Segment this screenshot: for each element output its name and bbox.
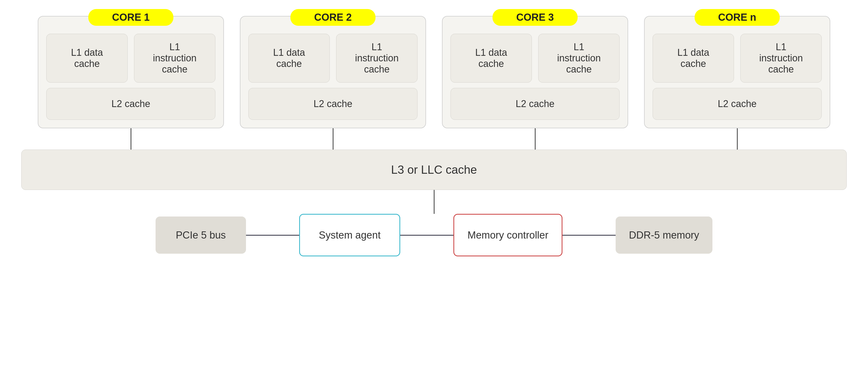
- vline-center: [434, 190, 435, 214]
- h-connector-agent-memctrl: [400, 235, 454, 236]
- pcie-bus-box: PCIe 5 bus: [156, 216, 246, 254]
- core-3-l2-cache: L2 cache: [451, 88, 620, 120]
- core-3-l1-caches: L1 datacache L1instructioncache: [451, 34, 620, 82]
- core-n-l1-data-cache: L1 datacache: [653, 34, 734, 82]
- vline-3: [535, 128, 535, 149]
- core-1-box: CORE 1 L1 datacache L1instructioncache L…: [38, 16, 224, 128]
- vline-4: [737, 128, 738, 149]
- core-n-label: CORE n: [694, 9, 780, 26]
- diagram-container: CORE 1 L1 datacache L1instructioncache L…: [0, 0, 868, 382]
- h-connector-pcie-agent: [246, 235, 299, 236]
- core-n-box: CORE n L1 datacache L1instructioncache L…: [644, 16, 830, 128]
- vline-1: [131, 128, 131, 149]
- connectors-row: [21, 128, 847, 149]
- core-3-l1-instruction-cache: L1instructioncache: [538, 34, 620, 82]
- ddr-memory-box: DDR-5 memory: [616, 216, 712, 254]
- bottom-row: PCIe 5 bus System agent Memory controlle…: [21, 214, 847, 256]
- connector-3: [442, 128, 628, 149]
- l3-cache-bar: L3 or LLC cache: [21, 149, 847, 190]
- core-2-l1-instruction-cache: L1instructioncache: [336, 34, 417, 82]
- core-2-box: CORE 2 L1 datacache L1instructioncache L…: [240, 16, 426, 128]
- cores-row: CORE 1 L1 datacache L1instructioncache L…: [21, 16, 847, 128]
- core-1-label: CORE 1: [88, 9, 174, 26]
- core-2-l2-cache: L2 cache: [248, 88, 417, 120]
- connector-1: [38, 128, 224, 149]
- core-1-l2-cache: L2 cache: [46, 88, 215, 120]
- core-2-label: CORE 2: [290, 9, 375, 26]
- vline-2: [333, 128, 334, 149]
- connector-2: [240, 128, 426, 149]
- connector-4: [644, 128, 830, 149]
- h-connector-memctrl-ddr: [562, 235, 616, 236]
- core-n-l1-instruction-cache: L1instructioncache: [740, 34, 822, 82]
- core-3-l1-data-cache: L1 datacache: [451, 34, 532, 82]
- core-3-box: CORE 3 L1 datacache L1instructioncache L…: [442, 16, 628, 128]
- core-2-l1-caches: L1 datacache L1instructioncache: [248, 34, 417, 82]
- core-1-l1-instruction-cache: L1instructioncache: [134, 34, 215, 82]
- core-n-l1-caches: L1 datacache L1instructioncache: [653, 34, 822, 82]
- core-1-l1-data-cache: L1 datacache: [46, 34, 128, 82]
- core-3-label: CORE 3: [493, 9, 578, 26]
- system-agent-box: System agent: [299, 214, 400, 256]
- l3-to-agent-connector: [21, 190, 847, 214]
- core-1-l1-caches: L1 datacache L1instructioncache: [46, 34, 215, 82]
- memory-controller-box: Memory controller: [454, 214, 562, 256]
- core-2-l1-data-cache: L1 datacache: [248, 34, 330, 82]
- core-n-l2-cache: L2 cache: [653, 88, 822, 120]
